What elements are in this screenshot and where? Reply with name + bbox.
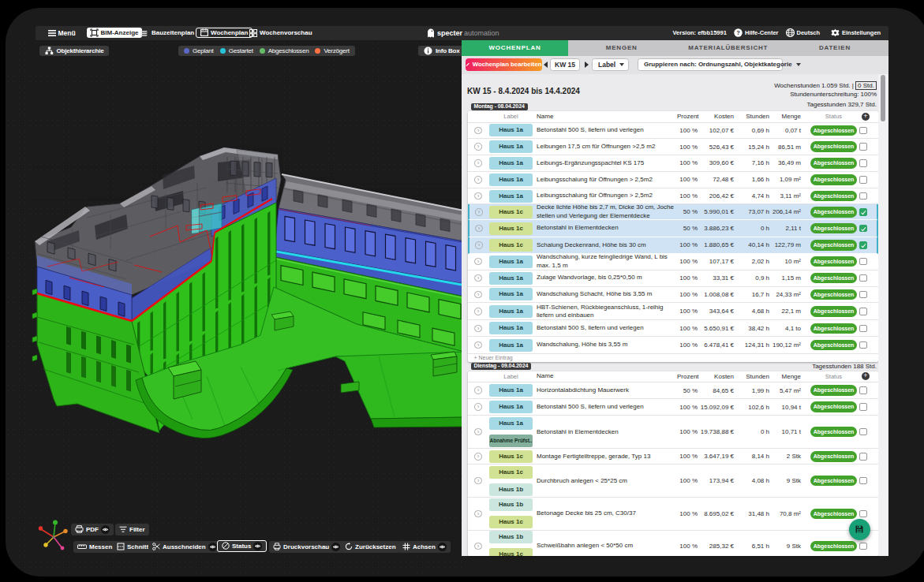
svg-text:?: ? [736, 29, 740, 36]
